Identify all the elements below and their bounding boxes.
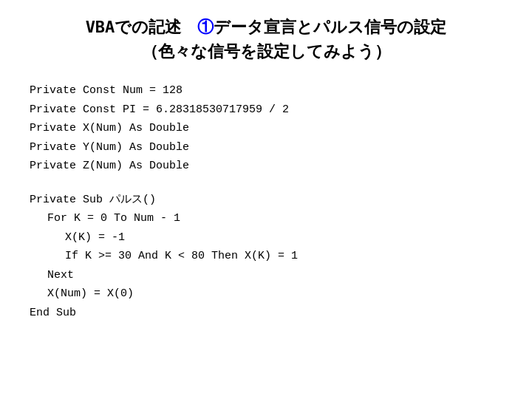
decl-line-4: Private Y(Num) As Double xyxy=(30,138,510,157)
sub-block: Private Sub パルス() For K = 0 To Num - 1 X… xyxy=(30,191,510,323)
x-num-line: X(Num) = X(0) xyxy=(30,284,510,304)
decl-line-5: Private Z(Num) As Double xyxy=(30,157,510,176)
sub-start: Private Sub パルス() xyxy=(30,191,510,210)
title-line2: （色々な信号を設定してみよう） xyxy=(22,39,510,64)
x-assign: X(K) = -1 xyxy=(30,228,510,248)
code-section: Private Const Num = 128 Private Const PI… xyxy=(22,81,510,322)
title-line1: VBAでの記述 ①データ宣言とパルス信号の設定 xyxy=(22,15,510,39)
for-start: For K = 0 To Num - 1 xyxy=(30,209,510,228)
decl-line-2: Private Const PI = 6.28318530717959 / 2 xyxy=(30,100,510,120)
if-line: If K >= 30 And K < 80 Then X(K) = 1 xyxy=(30,247,510,266)
end-sub: End Sub xyxy=(30,304,510,323)
page-container: VBAでの記述 ①データ宣言とパルス信号の設定 （色々な信号を設定してみよう） … xyxy=(0,0,532,399)
decl-line-1: Private Const Num = 128 xyxy=(30,81,510,100)
title-section: VBAでの記述 ①データ宣言とパルス信号の設定 （色々な信号を設定してみよう） xyxy=(22,15,510,64)
declarations-block: Private Const Num = 128 Private Const PI… xyxy=(30,81,510,176)
decl-line-3: Private X(Num) As Double xyxy=(30,119,510,138)
next-line: Next xyxy=(30,266,510,285)
